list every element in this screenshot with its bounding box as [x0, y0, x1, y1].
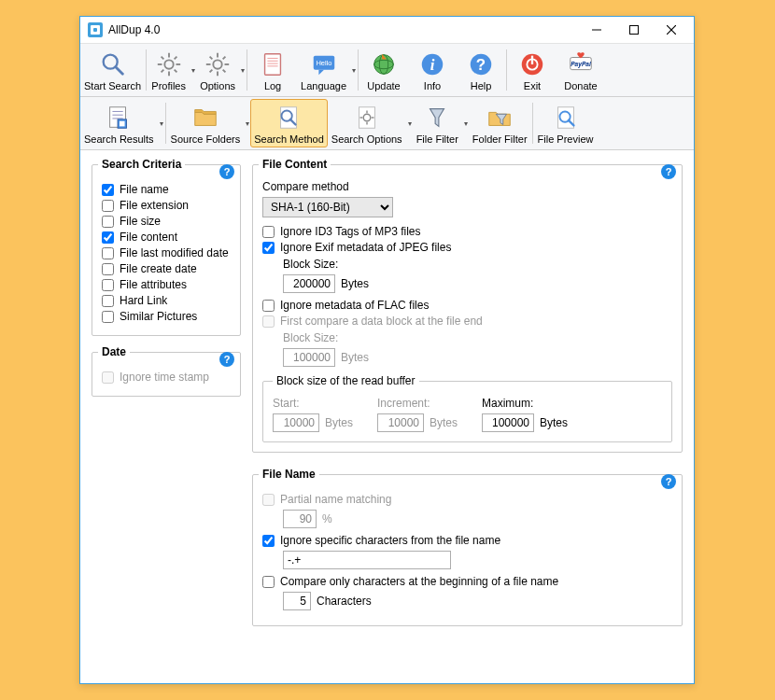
chevron-down-icon: ▾	[352, 66, 356, 75]
criteria-checkbox[interactable]	[102, 247, 114, 259]
fc-block-label: Block Size:	[283, 331, 672, 344]
svg-text:Hello: Hello	[316, 59, 331, 67]
search-results-button[interactable]: Search Results▾	[80, 99, 164, 147]
criteria-label: File name	[120, 183, 169, 196]
ignore-exif-label: Ignore Exif metadata of JPEG files	[280, 241, 451, 254]
file-preview-button[interactable]: File Preview	[534, 99, 598, 147]
svg-line-20	[210, 57, 213, 60]
ignore-exif-checkbox[interactable]	[262, 242, 275, 254]
svg-point-15	[213, 60, 221, 68]
file-content-group: File Content ? Compare method SHA-1 (160…	[252, 158, 683, 453]
partial-match-label: Partial name matching	[280, 493, 391, 506]
folderfunnel-icon	[485, 103, 514, 133]
folder-filter-button[interactable]: Folder Filter	[469, 99, 531, 147]
left-column: Search Criteria ? File nameFile extensio…	[92, 158, 241, 397]
magdocblue-icon	[551, 103, 581, 133]
compare-method-label: Compare method	[262, 180, 672, 193]
toolbar-label: File Filter	[416, 133, 458, 145]
criteria-checkbox[interactable]	[102, 184, 114, 196]
ignore-id3-checkbox[interactable]	[262, 226, 275, 238]
ignore-id3-row[interactable]: Ignore ID3 Tags of MP3 files	[262, 225, 672, 238]
exif-block-input[interactable]	[283, 274, 335, 293]
app-window: AllDup 4.0 Start SearchProfiles▾Options▾…	[79, 16, 695, 684]
criteria-file-name[interactable]: File name	[102, 183, 231, 196]
criteria-file-attributes[interactable]: File attributes	[102, 278, 231, 291]
info-button[interactable]: iInfo	[408, 46, 457, 94]
minimize-button[interactable]	[578, 18, 615, 42]
criteria-checkbox[interactable]	[102, 216, 114, 228]
buffer-inc-label: Increment:	[377, 397, 458, 410]
fc-block-input	[283, 348, 335, 367]
options-button[interactable]: Options▾	[196, 46, 246, 94]
file-filter-button[interactable]: File Filter▾	[413, 99, 469, 147]
criteria-checkbox[interactable]	[102, 200, 114, 212]
compare-begin-row[interactable]: Compare only characters at the beginning…	[262, 575, 672, 588]
ignore-flac-checkbox[interactable]	[262, 300, 275, 312]
help-icon[interactable]: ?	[661, 164, 676, 179]
toolbar-label: Search Options	[331, 133, 402, 145]
exif-block-unit: Bytes	[341, 277, 369, 290]
donate-button[interactable]: PayPalDonate	[557, 46, 605, 94]
search-options-button[interactable]: Search Options▾	[328, 99, 413, 147]
help-button[interactable]: ?Help	[457, 46, 505, 94]
language-button[interactable]: HelloLanguage▾	[297, 46, 357, 94]
right-column: File Content ? Compare method SHA-1 (160…	[252, 158, 683, 626]
results-icon	[104, 103, 134, 133]
buffer-max-input[interactable]	[482, 413, 534, 432]
profiles-button[interactable]: Profiles▾	[148, 46, 196, 94]
maximize-button[interactable]	[615, 18, 653, 42]
help-icon[interactable]: ?	[661, 474, 676, 489]
svg-line-21	[223, 70, 226, 73]
criteria-checkbox[interactable]	[102, 231, 114, 244]
source-folders-button[interactable]: Source Folders▾	[167, 99, 251, 147]
update-button[interactable]: Update	[359, 46, 408, 94]
ignore-chars-label: Ignore specific characters from the file…	[280, 534, 500, 547]
buffer-group: Block size of the read buffer Start: Byt…	[262, 374, 672, 442]
help-icon[interactable]: ?	[219, 164, 234, 179]
toolbar-label: Update	[367, 80, 400, 91]
criteria-checkbox[interactable]	[102, 279, 114, 291]
criteria-file-last-modified-date[interactable]: File last modified date	[102, 246, 231, 259]
criteria-checkbox[interactable]	[102, 295, 114, 307]
criteria-file-content[interactable]: File content	[102, 231, 231, 244]
ignore-timestamp-row: Ignore time stamp	[102, 371, 231, 384]
log-button[interactable]: Log	[248, 46, 297, 94]
ignore-id3-label: Ignore ID3 Tags of MP3 files	[280, 225, 421, 238]
criteria-checkbox[interactable]	[102, 263, 114, 275]
first-compare-row: First compare a data block at the file e…	[262, 315, 672, 328]
criteria-checkbox[interactable]	[102, 311, 114, 323]
start-search-button[interactable]: Start Search	[80, 46, 145, 94]
buffer-inc-unit: Bytes	[430, 416, 458, 429]
svg-line-22	[223, 57, 226, 60]
main-toolbar: Start SearchProfiles▾Options▾LogHelloLan…	[80, 43, 694, 97]
date-group: Date ? Ignore time stamp	[92, 345, 241, 397]
ignore-chars-row[interactable]: Ignore specific characters from the file…	[262, 534, 672, 547]
partial-match-row: Partial name matching	[262, 493, 672, 506]
chevron-down-icon: ▾	[464, 119, 468, 128]
compare-begin-input[interactable]	[283, 592, 311, 610]
ignore-chars-checkbox[interactable]	[262, 535, 275, 547]
exit-button[interactable]: Exit	[508, 46, 557, 94]
criteria-file-extension[interactable]: File extension	[102, 199, 231, 212]
chevron-down-icon: ▾	[241, 66, 245, 75]
search-method-button[interactable]: Search Method	[250, 99, 328, 147]
criteria-label: File content	[120, 231, 177, 244]
ignore-flac-row[interactable]: Ignore metadata of FLAC files	[262, 299, 672, 312]
compare-begin-checkbox[interactable]	[262, 576, 275, 588]
svg-text:?: ?	[476, 56, 486, 74]
criteria-hard-link[interactable]: Hard Link	[102, 294, 231, 307]
buffer-max-label: Maximum:	[482, 397, 568, 410]
first-compare-checkbox	[262, 315, 275, 328]
buffer-start-input	[273, 413, 319, 432]
compare-method-select[interactable]: SHA-1 (160-Bit)	[262, 197, 393, 217]
criteria-similar-pictures[interactable]: Similar Pictures	[102, 310, 231, 323]
ignore-exif-row[interactable]: Ignore Exif metadata of JPEG files	[262, 241, 672, 254]
geardoc-icon	[352, 103, 382, 133]
help-icon[interactable]: ?	[219, 352, 234, 367]
svg-text:i: i	[430, 56, 435, 74]
criteria-file-size[interactable]: File size	[102, 215, 231, 228]
criteria-file-create-date[interactable]: File create date	[102, 262, 231, 275]
ignore-chars-input[interactable]	[283, 551, 451, 569]
exif-block-label: Block Size:	[283, 258, 672, 271]
close-button[interactable]	[653, 18, 690, 42]
